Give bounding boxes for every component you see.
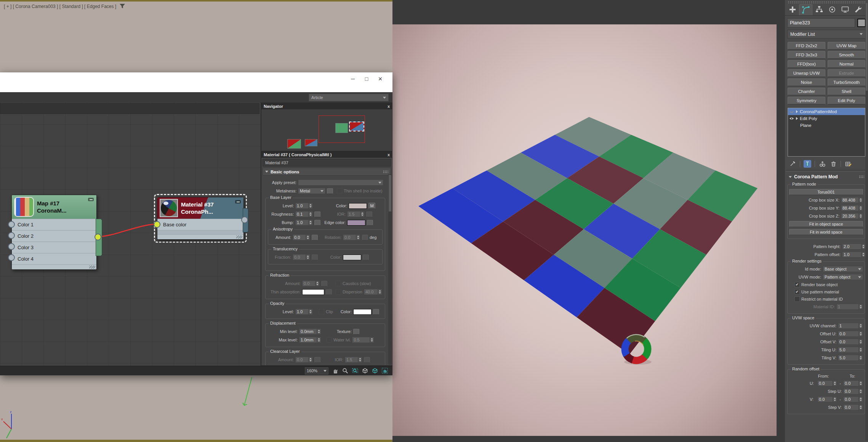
map-slot-button[interactable] <box>367 220 373 226</box>
render-base-object-checkbox[interactable]: ✔ <box>794 282 800 287</box>
map-slot-color-3[interactable]: Color 3 <box>12 242 96 253</box>
map-node[interactable]: Map #17 CoronaM... Color 1Color 2Color 3… <box>11 195 97 270</box>
zoom-level-dropdown[interactable]: 160% <box>305 367 328 375</box>
viewport-label[interactable]: [ + ] [ Corona Camera003 ] [ Standard ] … <box>4 3 125 9</box>
tab-create[interactable] <box>786 4 799 15</box>
spinner[interactable]: 1.0 <box>295 219 313 226</box>
fit-object-space-button[interactable]: Fit in object space <box>789 221 863 227</box>
spinner[interactable]: 0.0 <box>817 380 837 386</box>
modifier-button-uvw-map[interactable]: UVW Map <box>828 42 865 50</box>
map-slot-button[interactable] <box>373 309 379 315</box>
offset-v-spinner[interactable]: 0.0 <box>838 339 863 345</box>
tiling-v-spinner[interactable]: 5.0 <box>838 355 863 361</box>
modifier-button-normal[interactable]: Normal <box>828 60 865 68</box>
viewport-label-text[interactable]: [ + ] [ Corona Camera003 ] [ Standard ] … <box>4 4 116 9</box>
map-input-socket-color-2[interactable] <box>8 232 15 239</box>
resize-grip-icon[interactable] <box>89 266 95 269</box>
pan-hand-icon[interactable] <box>332 368 338 374</box>
object-color-swatch[interactable] <box>857 19 866 27</box>
uvw-mode-dropdown[interactable]: Pattern object <box>823 274 863 280</box>
map-slot-color-1[interactable]: Color 1 <box>12 219 96 230</box>
spinner[interactable]: 0.0 <box>843 380 863 386</box>
node-view[interactable]: Map #17 CoronaM... Color 1Color 2Color 3… <box>0 102 261 366</box>
map-output-socket[interactable] <box>94 234 101 240</box>
modifier-button-smooth[interactable]: Smooth <box>828 51 865 59</box>
navigator-thumb-material-1[interactable] <box>287 139 301 149</box>
map-slot-button[interactable] <box>327 188 333 194</box>
panel-dock-handle[interactable] <box>787 1 866 3</box>
modifier-button-noise[interactable]: Noise <box>788 78 825 86</box>
restrict-material-id-checkbox[interactable] <box>794 296 800 302</box>
material-editor-titlebar[interactable]: ─ □ × <box>0 72 392 92</box>
material-output-socket[interactable] <box>241 216 248 223</box>
crop-box-x-spinner[interactable]: 88.408 <box>841 197 863 203</box>
object-name-field[interactable]: Plane323 <box>787 18 855 27</box>
rollout-basic-options[interactable]: Basic options <box>263 168 391 176</box>
parameters-scrollbar[interactable] <box>388 174 392 365</box>
color-swatch[interactable] <box>349 203 367 209</box>
pattern-node-button[interactable]: Torus001 <box>789 189 863 195</box>
pattern-offset-spinner[interactable]: 1.0 <box>842 251 866 258</box>
button-m[interactable]: M <box>368 203 375 209</box>
tiling-u-spinner[interactable]: 5.0 <box>838 347 863 353</box>
navigator-thumb-material-2[interactable] <box>305 139 317 146</box>
eye-open-icon[interactable] <box>789 117 794 120</box>
map-slot-color-2[interactable]: Color 2 <box>12 230 96 242</box>
spinner[interactable]: 0.0 <box>817 396 837 402</box>
tab-motion[interactable] <box>826 4 838 15</box>
color-swatch[interactable] <box>347 220 365 226</box>
modifier-button-ffd-box[interactable]: FFD(box) <box>788 60 825 68</box>
spinner[interactable]: 0.0 <box>293 234 310 240</box>
material-name-field[interactable]: Material #37 <box>263 159 391 167</box>
tab-hierarchy[interactable] <box>813 4 825 15</box>
drag-handle-icon[interactable] <box>383 170 388 173</box>
spinner[interactable]: 0.1 <box>295 211 313 217</box>
spinner[interactable]: 0.0 <box>843 388 863 394</box>
stack-item-coronapatternmod[interactable]: CoronaPatternMod <box>788 108 865 115</box>
fit-world-space-button[interactable]: Fit in world space <box>789 229 863 235</box>
connection-wire[interactable] <box>98 224 156 237</box>
modifier-button-ffd-3x3x3[interactable]: FFD 3x3x3 <box>788 51 825 59</box>
tab-utilities[interactable] <box>852 4 864 15</box>
filter-funnel-icon[interactable] <box>119 3 125 9</box>
offset-u-spinner[interactable]: 0.0 <box>838 331 863 337</box>
map-slot-button[interactable] <box>314 211 320 217</box>
stack-item-plane[interactable]: Plane <box>788 122 865 129</box>
spinner[interactable]: 1.0 <box>295 203 313 209</box>
modifier-button-symmetry[interactable]: Symmetry <box>788 97 825 104</box>
tab-modify[interactable] <box>799 4 812 15</box>
base-color-slot[interactable]: Base color <box>157 219 243 230</box>
make-unique-icon[interactable] <box>818 160 826 168</box>
spinner[interactable]: 1.0mm <box>299 337 321 343</box>
show-end-result-icon[interactable] <box>804 160 811 168</box>
apply-preset-dropdown[interactable] <box>298 179 383 186</box>
map-node-header[interactable]: Map #17 CoronaM... <box>12 195 96 219</box>
zoom-extents-icon[interactable] <box>362 368 368 374</box>
expand-arrow-icon[interactable] <box>796 117 798 120</box>
modifier-list-dropdown[interactable]: Modifier List <box>787 30 866 38</box>
close-button[interactable]: × <box>373 74 387 84</box>
resize-grip-icon[interactable] <box>236 235 242 239</box>
parameters-close-icon[interactable]: x <box>388 152 390 157</box>
material-node[interactable]: Material #37 CoronaPh... Base color <box>157 197 244 240</box>
zoom-extents-selected-icon[interactable] <box>372 368 378 374</box>
pan-to-selected-icon[interactable] <box>381 368 388 374</box>
color-swatch[interactable] <box>343 255 361 260</box>
map-slot-button[interactable] <box>312 235 318 240</box>
crop-box-z-spinner[interactable]: 20.356 <box>841 213 863 219</box>
navigator-close-icon[interactable]: x <box>388 104 390 109</box>
material-node-header[interactable]: Material #37 CoronaPh... <box>157 197 243 219</box>
navigator-body[interactable] <box>261 109 392 151</box>
base-color-input-socket[interactable] <box>154 221 160 228</box>
maximize-button[interactable]: □ <box>360 74 373 84</box>
configure-modifier-sets-icon[interactable] <box>844 160 852 168</box>
render-area[interactable] <box>392 24 777 436</box>
uvw-channel-spinner[interactable]: 1 <box>838 323 863 329</box>
material-library-dropdown[interactable]: Article <box>309 94 389 101</box>
id-mode-dropdown[interactable]: Base object <box>823 266 863 272</box>
color-swatch[interactable] <box>353 309 372 315</box>
map-input-socket-color-4[interactable] <box>8 254 15 261</box>
viewport-render[interactable] <box>392 0 785 442</box>
map-slot-button[interactable] <box>314 220 320 226</box>
modifier-button-unwrap-uvw[interactable]: Unwrap UVW <box>788 69 825 77</box>
